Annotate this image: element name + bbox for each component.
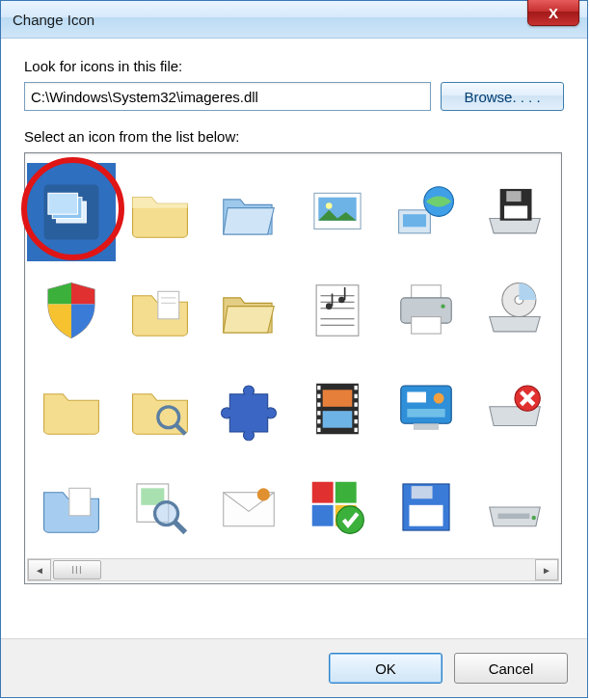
svg-line-61 [174,522,185,532]
svg-point-60 [155,502,178,525]
envelope-mail-icon[interactable] [204,458,293,556]
svg-rect-13 [158,291,179,318]
svg-point-51 [434,393,444,404]
svg-rect-46 [355,411,358,415]
svg-rect-48 [355,428,358,432]
svg-rect-43 [355,386,358,390]
icon-path-input[interactable] [24,82,431,111]
ok-button[interactable]: OK [329,653,442,684]
close-icon: X [549,5,558,21]
change-icon-dialog: Change Icon X Look for icons in this fil… [0,0,588,698]
svg-rect-36 [323,411,353,428]
svg-rect-50 [407,392,426,403]
svg-point-63 [257,488,270,500]
svg-rect-16 [316,285,359,337]
folder-open-blue-icon[interactable] [204,163,293,261]
svg-rect-70 [412,486,433,498]
scroll-right-button[interactable]: ► [535,559,558,580]
svg-rect-3 [48,193,78,214]
svg-rect-52 [407,409,444,417]
path-row: Browse. . . . [24,82,564,111]
svg-point-29 [441,304,444,308]
svg-point-23 [338,297,345,304]
svg-rect-28 [412,317,442,335]
scroll-left-button[interactable]: ◄ [28,559,51,580]
svg-rect-40 [317,411,320,415]
search-magnifier-icon[interactable] [116,458,204,556]
cancel-button[interactable]: Cancel [454,653,568,684]
svg-rect-49 [401,386,452,423]
titlebar: Change Icon X [1,1,587,39]
security-shield-icon[interactable] [27,261,116,360]
svg-rect-39 [317,402,320,406]
svg-rect-65 [335,482,357,503]
disc-drive-icon[interactable] [470,261,559,360]
control-panel-icon[interactable] [382,360,470,458]
scroll-thumb[interactable]: III [53,560,101,579]
svg-rect-12 [504,205,527,218]
floppy-blue-icon[interactable] [382,458,470,556]
dialog-content: Look for icons in this file: Browse. . .… [1,39,587,604]
svg-rect-64 [312,482,334,503]
horizontal-scrollbar[interactable]: ◄ III ► [27,558,559,581]
network-globe-icon[interactable] [382,163,470,261]
browse-button[interactable]: Browse. . . . [441,82,564,111]
dialog-button-row: OK Cancel [1,638,587,697]
svg-rect-37 [317,386,320,390]
svg-rect-71 [410,505,443,526]
svg-rect-38 [317,394,320,398]
cascading-windows-icon[interactable] [27,163,116,261]
svg-point-22 [326,303,333,310]
film-strip-icon[interactable] [293,360,382,458]
folder-search-icon[interactable] [116,360,204,458]
drive-error-icon[interactable] [470,360,559,458]
look-for-label: Look for icons in this file: [24,58,564,74]
folder-open-manila-icon[interactable] [204,261,293,360]
window-title: Change Icon [7,12,94,28]
svg-rect-42 [317,428,320,432]
puzzle-piece-icon[interactable] [204,360,293,458]
folder-closed-icon[interactable] [27,360,116,458]
windows-check-icon[interactable] [293,458,382,556]
svg-point-73 [532,516,536,520]
hard-drive-icon[interactable] [470,458,559,556]
svg-rect-11 [506,191,521,202]
svg-rect-44 [355,394,358,398]
close-button[interactable]: X [527,0,579,26]
svg-rect-45 [355,402,358,406]
svg-rect-57 [69,488,91,515]
folder-documents-icon[interactable] [116,261,204,360]
svg-rect-35 [323,390,353,407]
music-sheet-icon[interactable] [293,261,382,360]
svg-point-6 [326,202,333,209]
svg-rect-47 [355,419,358,423]
svg-rect-72 [498,514,530,519]
icon-grid [27,163,559,556]
svg-rect-41 [317,419,320,423]
picture-icon[interactable] [293,163,382,261]
svg-rect-8 [403,214,426,227]
floppy-drive-icon[interactable] [470,163,559,261]
folder-icon[interactable] [116,163,204,261]
icon-list-box: ◄ III ► [24,152,562,584]
folder-blue-icon[interactable] [27,458,116,556]
svg-rect-53 [414,423,439,430]
select-from-label: Select an icon from the list below: [24,128,564,145]
printer-icon[interactable] [382,261,470,360]
svg-rect-66 [312,505,334,526]
